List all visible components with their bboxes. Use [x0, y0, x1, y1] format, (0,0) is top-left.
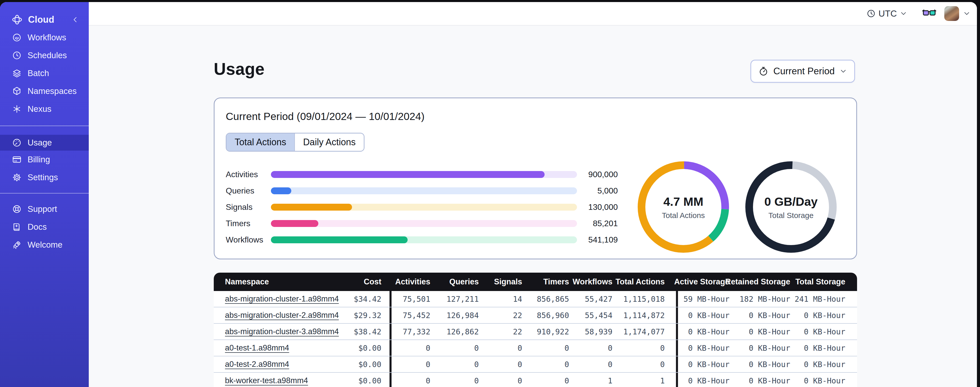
value-cell: 0 KB-Hour	[730, 373, 790, 387]
value-cell: 58,939	[569, 324, 612, 339]
workflows-icon	[12, 32, 22, 43]
column-header-cost: Cost	[341, 277, 390, 286]
sidebar-item-workflows[interactable]: Workflows	[0, 29, 89, 46]
bar-label: Workflows	[226, 235, 271, 245]
value-cell: 182 MB-Hour	[730, 291, 790, 307]
sidebar-nav-footer: SupportDocsWelcome	[0, 200, 89, 254]
value-cell: 0	[569, 340, 612, 356]
sidebar-item-billing[interactable]: Billing	[0, 150, 89, 168]
sidebar-divider	[0, 126, 89, 126]
value-cell: 0	[390, 357, 430, 372]
value-cell: 0	[522, 373, 569, 387]
billing-icon	[12, 154, 22, 165]
user-avatar[interactable]	[944, 6, 959, 21]
actions-bar-chart: Activities900,000Queries5,000Signals130,…	[226, 166, 618, 248]
namespace-link[interactable]: bk-worker-test.a98mm4	[225, 376, 308, 385]
value-cell: 126,862	[430, 324, 479, 339]
value-cell: 0 KB-Hour	[790, 340, 857, 356]
sidebar-item-label: Workflows	[27, 33, 66, 42]
value-cell: 0	[612, 340, 676, 356]
table-row: abs-migration-cluster-1.a98mm4$34.4275,5…	[214, 291, 857, 307]
table-row: abs-migration-cluster-3.a98mm4$38.4277,3…	[214, 324, 857, 340]
period-selector-button[interactable]: Current Period	[751, 60, 855, 83]
page-title: Usage	[214, 59, 264, 78]
table-row: abs-migration-cluster-2.a98mm4$29.3275,4…	[214, 307, 857, 324]
sidebar-item-namespaces[interactable]: Namespaces	[0, 82, 89, 100]
sidebar-item-nexus[interactable]: Nexus	[0, 100, 89, 118]
value-cell: 0	[479, 340, 522, 356]
sidebar-item-usage[interactable]: Usage	[0, 135, 89, 150]
value-cell: $0.00	[341, 340, 390, 356]
namespace-link[interactable]: abs-migration-cluster-3.a98mm4	[225, 327, 339, 336]
actions-tab-group: Total Actions Daily Actions	[226, 133, 364, 152]
value-cell: 75,501	[390, 291, 430, 307]
sidebar-item-docs[interactable]: Docs	[0, 218, 89, 236]
column-header-total-storage: Total Storage	[790, 277, 857, 286]
chevron-down-icon	[839, 67, 847, 75]
batch-icon	[12, 68, 22, 78]
sidebar-item-label: Schedules	[27, 51, 67, 60]
value-cell: 0 KB-Hour	[730, 307, 790, 323]
bar-track	[271, 171, 577, 178]
chevron-down-icon	[899, 10, 908, 18]
value-cell: 0	[522, 357, 569, 372]
value-cell: 0 KB-Hour	[676, 340, 730, 356]
bar-fill	[271, 204, 352, 211]
value-cell: 0	[430, 340, 479, 356]
tab-total-actions[interactable]: Total Actions	[226, 134, 294, 151]
value-cell: 55,454	[569, 307, 612, 323]
sidebar: Cloud WorkflowsSchedulesBatchNamespacesN…	[0, 2, 89, 387]
bar-row-timers: Timers85,201	[226, 215, 618, 232]
main-content: Usage Current Period Current Period (09/…	[89, 26, 977, 387]
user-menu-chevron-down-icon[interactable]	[963, 10, 971, 18]
bar-row-activities: Activities900,000	[226, 166, 618, 182]
sidebar-item-schedules[interactable]: Schedules	[0, 46, 89, 64]
brand-label: Cloud	[28, 14, 54, 25]
table-row: bk-worker-test.a98mm4$0.000000110 KB-Hou…	[214, 373, 857, 387]
namespace-link[interactable]: a0-test-2.a98mm4	[225, 360, 289, 369]
value-cell: 0 KB-Hour	[730, 357, 790, 372]
value-cell: 127,211	[430, 291, 479, 307]
tab-daily-actions[interactable]: Daily Actions	[294, 134, 364, 151]
column-header-signals: Signals	[479, 277, 522, 286]
sidebar-item-label: Settings	[27, 173, 58, 182]
namespace-link[interactable]: a0-test-1.a98mm4	[225, 343, 289, 353]
bar-value: 5,000	[577, 186, 618, 195]
sidebar-item-welcome[interactable]: Welcome	[0, 236, 89, 254]
column-header-activities: Activities	[390, 277, 430, 286]
docs-icon	[12, 222, 22, 232]
timezone-label: UTC	[878, 8, 897, 19]
namespace-cell: a0-test-1.a98mm4	[214, 340, 341, 356]
sidebar-item-settings[interactable]: Settings	[0, 168, 89, 186]
sidebar-collapse-button[interactable]	[72, 16, 79, 24]
nexus-icon	[12, 104, 22, 114]
namespace-link[interactable]: abs-migration-cluster-1.a98mm4	[225, 294, 339, 304]
value-cell: 241 MB-Hour	[790, 291, 857, 307]
value-cell: $0.00	[341, 373, 390, 387]
total-actions-donut: 4.7 MM Total Actions	[638, 162, 729, 253]
sidebar-item-support[interactable]: Support	[0, 200, 89, 218]
value-cell: 1,115,018	[612, 291, 676, 307]
bar-track	[271, 220, 577, 227]
value-cell: 856,865	[522, 291, 569, 307]
column-header-active-storage: Active Storage	[676, 277, 730, 286]
bar-row-queries: Queries5,000	[226, 182, 618, 199]
value-cell: $38.42	[341, 324, 390, 339]
glasses-icon[interactable]	[922, 8, 937, 19]
namespaces-icon	[12, 86, 22, 96]
timezone-selector[interactable]: UTC	[866, 8, 908, 19]
value-cell: 0 KB-Hour	[730, 324, 790, 339]
value-cell: 0	[522, 340, 569, 356]
usage-card-title: Current Period (09/01/2024 — 10/01/2024)	[226, 110, 845, 123]
bar-value: 130,000	[577, 202, 618, 212]
namespace-link[interactable]: abs-migration-cluster-2.a98mm4	[225, 311, 339, 320]
usage-charts: Activities900,000Queries5,000Signals130,…	[226, 162, 845, 253]
sidebar-item-batch[interactable]: Batch	[0, 64, 89, 82]
donut-charts: 4.7 MM Total Actions 0 GB/Day Total Stor…	[638, 162, 837, 253]
namespace-cell: abs-migration-cluster-3.a98mm4	[214, 324, 341, 339]
bar-track	[271, 237, 577, 243]
total-storage-donut: 0 GB/Day Total Storage	[745, 162, 837, 253]
period-selector-label: Current Period	[773, 66, 835, 77]
value-cell: 1	[569, 373, 612, 387]
namespace-cell: abs-migration-cluster-2.a98mm4	[214, 307, 341, 323]
